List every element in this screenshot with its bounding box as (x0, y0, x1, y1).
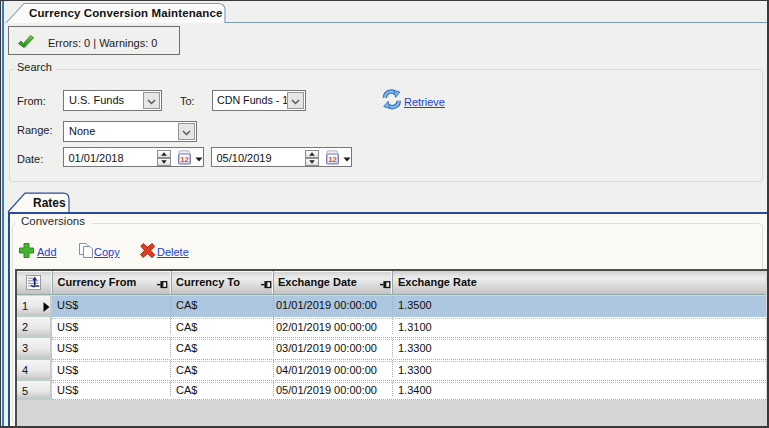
svg-text:12: 12 (180, 155, 189, 164)
svg-text:12: 12 (328, 155, 337, 164)
